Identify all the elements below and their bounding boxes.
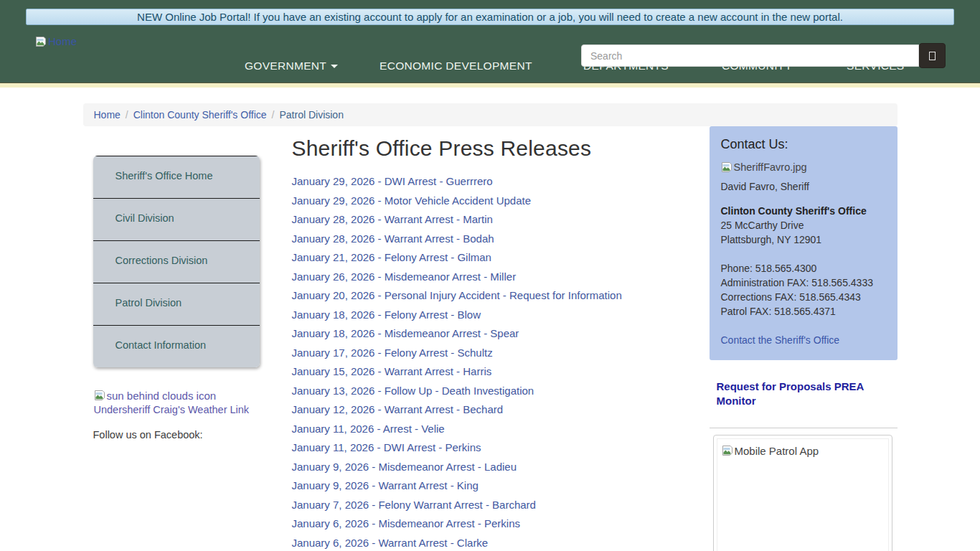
sidebar-item-label: Contact Information (116, 339, 207, 351)
office-name: Clinton County Sheriff's Office (721, 204, 886, 218)
breadcrumb-separator: / (126, 109, 128, 121)
site-header: NEW Online Job Portal! If you have an ex… (0, 0, 980, 88)
page-container: Home/Clinton County Sheriff's Office/Pat… (83, 103, 897, 551)
press-release-row: January 11, 2026 - DWI Arrest - Perkins (292, 442, 688, 454)
weather-broken-image: sun behind clouds icon (94, 390, 217, 402)
sidebar-item-label: Corrections Division (116, 255, 208, 266)
nav-item-economic-development[interactable]: ECONOMIC DEVELOPMENT (380, 60, 532, 72)
sheriff-section-menu: Sheriff's Office HomeCivil DivisionCorre… (93, 156, 260, 367)
broken-image-icon (722, 445, 733, 456)
press-release-row: January 15, 2026 - Warrant Arrest - Harr… (292, 366, 688, 378)
press-release-row: January 9, 2026 - Misdemeanor Arrest - L… (292, 461, 688, 474)
sidebar-item[interactable]: Corrections Division (93, 240, 260, 283)
press-release-link[interactable]: January 15, 2026 - Warrant Arrest - Harr… (292, 365, 492, 377)
contact-us-box: Contact Us: SheriffFavro.jpg David Favro… (710, 126, 897, 360)
left-sidebar: Sheriff's Office HomeCivil DivisionCorre… (93, 156, 260, 441)
press-release-link[interactable]: January 28, 2026 - Warrant Arrest - Boda… (292, 232, 494, 245)
press-release-row: January 17, 2026 - Felony Arrest - Schul… (292, 347, 688, 359)
home-link-label: Home (48, 35, 77, 47)
contact-sheriff-link[interactable]: Contact the Sheriff's Office (721, 333, 840, 347)
press-release-link[interactable]: January 18, 2026 - Felony Arrest - Blow (292, 309, 481, 321)
sheriff-photo-alt-text: SheriffFavro.jpg (734, 160, 807, 174)
weather-link-label: Undersheriff Craig's Weather Link (94, 404, 250, 415)
sidebar-item[interactable]: Contact Information (93, 325, 260, 367)
breadcrumb: Home/Clinton County Sheriff's Office/Pat… (83, 103, 897, 126)
job-portal-banner: NEW Online Job Portal! If you have an ex… (26, 9, 954, 25)
press-release-row: January 12, 2026 - Warrant Arrest - Bech… (292, 404, 688, 416)
address-line-2: Plattsburgh, NY 12901 (721, 232, 886, 247)
sidebar-item[interactable]: Patrol Division (93, 283, 260, 325)
press-release-link[interactable]: January 13, 2026 - Follow Up - Death Inv… (292, 385, 534, 397)
press-release-row: January 18, 2026 - Misdemeanor Arrest - … (292, 328, 688, 340)
press-release-list: January 29, 2026 - DWI Arrest - Guerrrer… (292, 176, 688, 551)
breadcrumb-sheriffs-office[interactable]: Clinton County Sheriff's Office (133, 109, 267, 121)
contact-heading: Contact Us: (721, 137, 886, 151)
press-release-link[interactable]: January 29, 2026 - DWI Arrest - Guerrrer… (292, 175, 493, 187)
rfp-prea-monitor-link[interactable]: Request for Proposals PREA Monitor (717, 380, 871, 408)
press-release-row: January 28, 2026 - Warrant Arrest - Boda… (292, 233, 688, 245)
home-logo-link[interactable]: Home (35, 35, 77, 47)
sidebar-item[interactable]: Sheriff's Office Home (93, 156, 260, 198)
press-release-link[interactable]: January 20, 2026 - Personal Injury Accid… (292, 289, 622, 301)
phone-block: Phone: 518.565.4300 Administration FAX: … (721, 261, 886, 319)
press-release-link[interactable]: January 21, 2026 - Felony Arrest - Gilma… (292, 251, 491, 263)
press-release-link[interactable]: January 9, 2026 - Misdemeanor Arrest - L… (292, 461, 517, 473)
press-release-link[interactable]: January 6, 2026 - Misdemeanor Arrest - P… (292, 517, 520, 529)
press-release-link[interactable]: January 28, 2026 - Warrant Arrest - Mart… (292, 213, 493, 225)
weather-link[interactable]: sun behind clouds icon Undersheriff Crai… (94, 392, 250, 415)
mobile-patrol-frame: Mobile Patrol App (717, 438, 889, 551)
press-release-link[interactable]: January 18, 2026 - Misdemeanor Arrest - … (292, 327, 519, 339)
sidebar-item-label: Patrol Division (116, 297, 182, 309)
press-release-row: January 29, 2026 - DWI Arrest - Guerrrer… (292, 176, 688, 188)
press-release-link[interactable]: January 9, 2026 - Warrant Arrest - King (292, 479, 479, 491)
address-line-1: 25 McCarthy Drive (721, 218, 886, 232)
nav-item-label: GOVERNMENT (245, 60, 326, 72)
sidebar-item[interactable]: Civil Division (93, 198, 260, 240)
press-release-link[interactable]: January 7, 2026 - Felony Warrant Arrest … (292, 499, 536, 511)
patrol-fax: Patrol FAX: 518.565.4371 (721, 304, 886, 319)
breadcrumb-current: Patrol Division (279, 109, 343, 121)
press-release-row: January 7, 2026 - Felony Warrant Arrest … (292, 499, 688, 512)
main-content: Sheriff's Office Press Releases January … (260, 126, 710, 551)
press-release-link[interactable]: January 6, 2026 - Warrant Arrest - Clark… (292, 537, 489, 549)
press-release-row: January 6, 2026 - Misdemeanor Arrest - P… (292, 518, 688, 530)
press-release-row: January 9, 2026 - Warrant Arrest - King (292, 480, 688, 492)
press-release-link[interactable]: January 26, 2026 - Misdemeanor Arrest - … (292, 270, 517, 283)
press-release-link[interactable]: January 11, 2026 - Arrest - Velie (292, 423, 445, 435)
press-release-link[interactable]: January 17, 2026 - Felony Arrest - Schul… (292, 347, 493, 359)
press-release-link[interactable]: January 11, 2026 - DWI Arrest - Perkins (292, 441, 481, 453)
broken-image-icon (94, 390, 105, 401)
press-release-row: January 21, 2026 - Felony Arrest - Gilma… (292, 252, 688, 264)
divider (710, 428, 897, 428)
sidebar-item-label: Sheriff's Office Home (116, 170, 213, 182)
press-release-row: January 13, 2026 - Follow Up - Death Inv… (292, 385, 688, 397)
press-release-link[interactable]: January 12, 2026 - Warrant Arrest - Bech… (292, 403, 504, 415)
chevron-down-icon (331, 65, 338, 68)
press-release-link[interactable]: January 29, 2026 - Motor Vehicle Acciden… (292, 194, 532, 207)
sheriff-name: David Favro, Sheriff (721, 179, 886, 194)
phone-number: Phone: 518.565.4300 (721, 261, 886, 276)
search-icon (929, 52, 936, 60)
press-release-row: January 26, 2026 - Misdemeanor Arrest - … (292, 271, 688, 283)
mobile-patrol-app-link[interactable]: Mobile Patrol App (722, 445, 819, 457)
press-release-row: January 20, 2026 - Personal Injury Accid… (292, 290, 688, 302)
press-release-row: January 29, 2026 - Motor Vehicle Acciden… (292, 195, 688, 207)
content-columns: Sheriff's Office HomeCivil DivisionCorre… (83, 126, 897, 551)
sidebar-item-label: Civil Division (116, 212, 174, 224)
search-button[interactable] (919, 43, 946, 68)
press-release-row: January 28, 2026 - Warrant Arrest - Mart… (292, 214, 688, 226)
page-title: Sheriff's Office Press Releases (292, 136, 688, 161)
mobile-patrol-thumbnail: Mobile Patrol App (713, 435, 892, 551)
mobile-patrol-alt-text: Mobile Patrol App (735, 445, 819, 457)
search-input[interactable] (581, 44, 919, 67)
breadcrumb-separator: / (272, 109, 275, 121)
nav-item-government[interactable]: GOVERNMENT (245, 60, 338, 72)
corrections-fax: Corrections FAX: 518.565.4343 (721, 290, 886, 304)
press-release-row: January 18, 2026 - Felony Arrest - Blow (292, 309, 688, 321)
weather-link-block: sun behind clouds icon Undersheriff Crai… (94, 390, 260, 416)
broken-image-icon (721, 161, 732, 173)
weather-icon-alt-text: sun behind clouds icon (107, 390, 217, 402)
sheriff-photo-broken-image: SheriffFavro.jpg (721, 160, 807, 174)
right-sidebar: Contact Us: SheriffFavro.jpg David Favro… (710, 126, 897, 551)
breadcrumb-home[interactable]: Home (94, 109, 121, 121)
